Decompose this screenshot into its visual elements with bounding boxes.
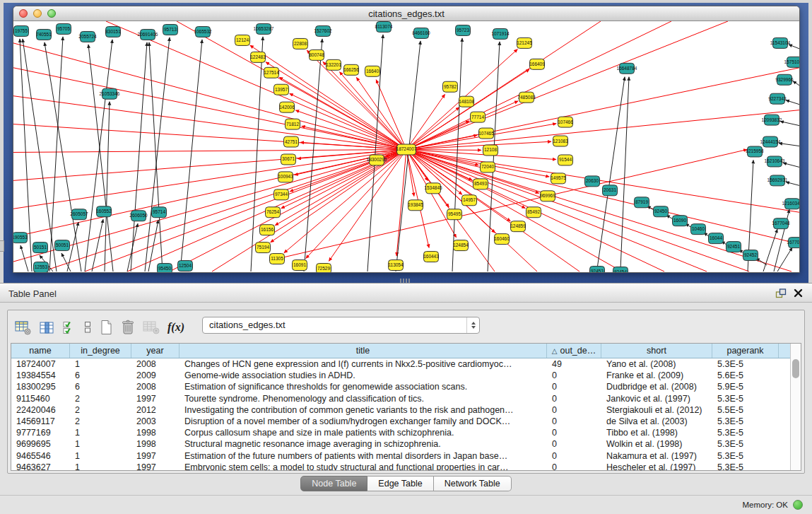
function-builder-icon[interactable]: f(x) (167, 321, 184, 334)
create-column-icon[interactable] (100, 320, 113, 335)
graph-node[interactable]: 50151 (33, 243, 48, 253)
graph-node[interactable]: 92450 (654, 206, 669, 217)
graph-node[interactable]: 107465 (478, 128, 494, 139)
graph-node[interactable]: 1065532 (194, 26, 212, 37)
graph-node[interactable]: 12553 (34, 262, 49, 272)
graph-node[interactable]: 7485083 (517, 92, 536, 103)
column-header-out_de[interactable]: △out_de… (547, 344, 601, 358)
network-window[interactable]: citations_edges.txt 19755740551957052055… (13, 6, 800, 273)
graph-node[interactable]: 1677049 (787, 238, 799, 248)
graph-node[interactable]: 12124 (235, 35, 250, 45)
graph-node[interactable]: 1534845 (424, 183, 442, 194)
graph-node[interactable]: 18300295 (367, 155, 387, 165)
select-columns-icon[interactable] (63, 320, 76, 334)
graph-node[interactable]: 2605057 (70, 209, 88, 220)
table-row[interactable]: 1456911722003Disruption of a novel membe… (11, 416, 801, 427)
delete-table-icon[interactable] (143, 320, 160, 334)
graph-node[interactable]: 15692931 (767, 175, 788, 186)
graph-node[interactable]: 160552 (96, 206, 112, 217)
graph-node[interactable]: 16210643 (765, 156, 785, 167)
graph-node[interactable]: 85493 (473, 179, 488, 189)
graph-node[interactable]: 92452 (743, 250, 758, 261)
table-row[interactable]: 1830029562008Estimation of significance … (11, 381, 801, 392)
close-window-button[interactable] (19, 9, 28, 18)
graph-node[interactable]: 11543104 (770, 37, 791, 48)
graph-node[interactable]: 19755 (14, 25, 29, 36)
graph-node[interactable]: 92451 (726, 242, 741, 252)
graph-node[interactable]: 95782 (443, 81, 458, 92)
graph-node[interactable]: 12160343 (782, 199, 799, 209)
graph-node[interactable]: 16090 (673, 216, 688, 226)
graph-node[interactable]: 148108 (459, 96, 474, 107)
graph-node[interactable]: 22808 (293, 38, 308, 49)
graph-node[interactable]: 124859 (510, 221, 526, 232)
table-row[interactable]: 2242004622012Investigating the contribut… (11, 404, 801, 416)
table-row[interactable]: 946362711997Embryonic stem cells: a mode… (11, 462, 801, 471)
graph-node[interactable]: 9227343 (768, 93, 787, 104)
graph-node[interactable]: 2606050 (129, 211, 148, 221)
graph-node[interactable]: 10460 (691, 224, 706, 235)
graph-node[interactable]: 71812 (286, 119, 300, 129)
graph-node[interactable]: 85492 (526, 207, 541, 218)
table-row[interactable]: 1872400712008Changes of HCN gene express… (11, 358, 801, 370)
graph-node[interactable]: 740551 (36, 29, 52, 40)
graph-hub-node[interactable]: 18724007 (396, 144, 417, 155)
graph-node[interactable]: 76254 (266, 207, 281, 218)
collapsed-panel-handle[interactable] (0, 240, 4, 252)
column-header-year[interactable]: year (131, 344, 180, 358)
table-row[interactable]: 969969511998Structural magnetic resonanc… (11, 438, 801, 450)
graph-node[interactable]: 16640 (365, 66, 380, 76)
table-source-select[interactable]: citations_edges.txt (202, 317, 480, 334)
table-row[interactable]: 946554611997Estimation of the future num… (11, 450, 801, 462)
graph-node[interactable]: 160443 (423, 252, 439, 262)
float-panel-icon[interactable] (775, 288, 787, 298)
column-header-pagerank[interactable]: pagerank (712, 344, 779, 358)
graph-node[interactable]: 20691406 (138, 29, 158, 40)
show-columns-icon[interactable] (40, 321, 55, 334)
graph-node[interactable]: 193845 (408, 200, 423, 211)
graph-node[interactable]: 14957 (462, 195, 477, 206)
graph-node[interactable]: 166409 (529, 59, 545, 69)
graph-node[interactable]: 72040 (481, 162, 495, 173)
column-header-name[interactable]: name (11, 344, 70, 358)
table-row[interactable]: 1938455462009Genome-wide association stu… (11, 370, 801, 381)
graph-node[interactable]: 16156 (260, 225, 275, 235)
graph-node[interactable]: 8215958 (746, 146, 764, 157)
zoom-window-button[interactable] (47, 9, 56, 18)
graph-node[interactable]: 800748 (309, 49, 324, 60)
graph-node[interactable]: 113054 (388, 260, 404, 271)
graph-node[interactable]: 190553 (13, 233, 28, 243)
graph-node[interactable]: 13957 (274, 84, 289, 95)
graph-node[interactable]: 100943 (278, 172, 293, 182)
minimize-window-button[interactable] (33, 9, 42, 18)
graph-node[interactable]: 16091 (293, 260, 307, 271)
row-height-icon[interactable] (83, 320, 92, 334)
graph-node[interactable]: 12504 (178, 261, 193, 271)
graph-node[interactable]: 124854 (453, 240, 469, 251)
network-canvas[interactable]: 1975574055195705205572483015120691406957… (13, 21, 799, 272)
graph-node[interactable]: 142006 (279, 102, 295, 112)
graph-node[interactable]: 121245 (517, 37, 532, 48)
close-panel-icon[interactable] (794, 288, 803, 298)
graph-node[interactable]: 21053346 (100, 88, 120, 99)
graph-node[interactable]: 121083 (553, 136, 568, 146)
tab-node-table[interactable]: Node Table (300, 476, 367, 491)
vertical-scrollbar[interactable] (790, 344, 801, 470)
delete-column-icon[interactable] (121, 320, 135, 335)
column-header-title[interactable]: title (180, 344, 547, 358)
graph-node[interactable]: 132201 (326, 59, 341, 70)
graph-node[interactable]: 1071914 (491, 28, 510, 39)
scrollbar-thumb[interactable] (792, 359, 799, 378)
graph-node[interactable]: 95714 (152, 207, 167, 218)
graph-node[interactable]: 107466 (558, 117, 573, 127)
graph-node[interactable]: 11305 (270, 254, 285, 264)
graph-node[interactable]: 16044 (709, 233, 724, 244)
table-row[interactable]: 911546021997Tourette syndrome. Phenomeno… (11, 393, 801, 404)
graph-node[interactable]: 2055724 (78, 31, 97, 42)
column-header-in_degree[interactable]: in_degree (70, 344, 131, 358)
graph-node[interactable]: 12093832 (762, 115, 782, 125)
graph-node[interactable]: 50051 (55, 240, 70, 251)
graph-node[interactable]: 12108 (483, 145, 498, 156)
graph-node[interactable]: 92454 (613, 267, 628, 272)
graph-node[interactable]: 75194 (256, 243, 271, 253)
